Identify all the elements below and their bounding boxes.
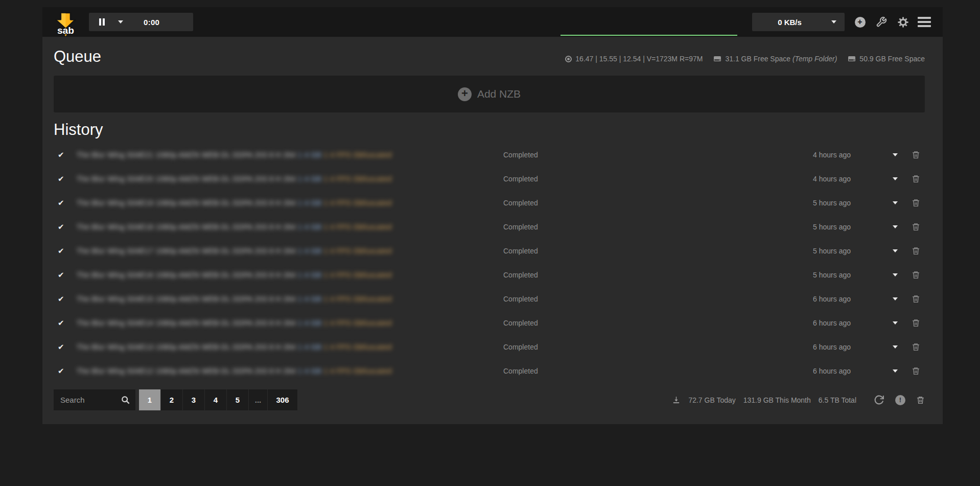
trash-icon — [912, 318, 920, 328]
queue-title: Queue — [54, 48, 101, 66]
sabnzbd-logo-icon[interactable]: sab — [54, 11, 78, 37]
row-actions-dropdown[interactable] — [884, 177, 906, 180]
speed-graph-line — [561, 35, 737, 36]
search-icon[interactable] — [120, 395, 131, 407]
row-actions-dropdown[interactable] — [884, 345, 906, 349]
add-nzb-dropzone[interactable]: + Add NZB — [54, 76, 925, 112]
history-item-name: The Blur Wlng S04E14 1080p AMZN WEB-DL D… — [77, 319, 503, 327]
chevron-down-icon — [118, 20, 123, 24]
history-item-status: Completed — [503, 247, 813, 255]
history-item-name: The Blur Wlng S04E12 1080p AMZN WEB-DL D… — [77, 367, 503, 375]
row-actions-dropdown[interactable] — [884, 201, 906, 204]
page-button-3[interactable]: 3 — [183, 389, 204, 410]
check-icon: ✔ — [54, 150, 77, 159]
trash-icon — [912, 246, 920, 256]
delete-row-button[interactable] — [906, 366, 925, 376]
row-actions-dropdown[interactable] — [884, 297, 906, 300]
history-item-age: 4 hours ago — [813, 151, 884, 159]
check-icon: ✔ — [54, 366, 77, 376]
page-button-1[interactable]: 1 — [139, 389, 160, 410]
hamburger-menu-icon[interactable] — [918, 16, 930, 28]
history-row[interactable]: ✔ The Blur Wlng S04E20 1080p AMZN WEB-DL… — [54, 167, 925, 191]
chevron-down-icon — [893, 249, 898, 252]
trash-icon — [912, 294, 920, 304]
refresh-button[interactable] — [874, 395, 884, 405]
page-button-2[interactable]: 2 — [161, 389, 182, 410]
history-item-name: The Blur Wlng S04E13 1080p AMZN WEB-DL D… — [77, 343, 503, 351]
check-icon: ✔ — [54, 294, 77, 304]
delete-row-button[interactable] — [906, 198, 925, 207]
top-bar: sab 0:00 0 KB/s + — [42, 7, 943, 37]
pause-button[interactable] — [99, 18, 123, 26]
sabnzbd-window: sab 0:00 0 KB/s + — [0, 0, 980, 486]
history-row[interactable]: ✔ The Blur Wlng S04E17 1080p AMZN WEB-DL… — [54, 239, 925, 263]
delete-row-button[interactable] — [906, 174, 925, 183]
history-title: History — [54, 121, 103, 139]
page-button-306[interactable]: 306 — [268, 389, 297, 410]
delete-row-button[interactable] — [906, 150, 925, 159]
history-row[interactable]: ✔ The Blur Wlng S04E19 1080p AMZN WEB-DL… — [54, 191, 925, 215]
download-icon — [672, 396, 681, 404]
history-item-status: Completed — [503, 343, 813, 351]
check-icon: ✔ — [54, 246, 77, 256]
plus-circle-icon: + — [458, 87, 472, 101]
wrench-icon[interactable] — [875, 16, 888, 28]
speed-limit-button[interactable]: 0 KB/s — [752, 13, 845, 31]
history-item-status: Completed — [503, 295, 813, 303]
history-item-status: Completed — [503, 175, 813, 183]
row-actions-dropdown[interactable] — [884, 321, 906, 325]
check-icon: ✔ — [54, 198, 77, 207]
trash-icon — [912, 342, 920, 352]
plus-circle-icon: + — [855, 17, 866, 28]
history-row[interactable]: ✔ The Blur Wlng S04E21 1080p AMZN WEB-DL… — [54, 143, 925, 167]
history-row[interactable]: ✔ The Blur Wlng S04E18 1080p AMZN WEB-DL… — [54, 215, 925, 239]
row-actions-dropdown[interactable] — [884, 249, 906, 252]
delete-row-button[interactable] — [906, 294, 925, 304]
history-item-status: Completed — [503, 199, 813, 207]
check-icon: ✔ — [54, 174, 77, 183]
page-button-4[interactable]: 4 — [205, 389, 226, 410]
row-actions-dropdown[interactable] — [884, 273, 906, 276]
history-info-button[interactable]: ! — [895, 395, 905, 405]
queue-stats: 16.47 | 15.55 | 12.54 | V=1723M R=97M 31… — [565, 55, 925, 63]
speed-value: 0 KB/s — [778, 18, 802, 27]
delete-row-button[interactable] — [906, 342, 925, 352]
history-item-status: Completed — [503, 367, 813, 375]
add-nzb-label: Add NZB — [477, 88, 521, 100]
delete-row-button[interactable] — [906, 270, 925, 280]
chevron-down-icon — [893, 273, 898, 276]
row-actions-dropdown[interactable] — [884, 369, 906, 373]
history-row[interactable]: ✔ The Blur Wlng S04E12 1080p AMZN WEB-DL… — [54, 359, 925, 383]
history-list: ✔ The Blur Wlng S04E21 1080p AMZN WEB-DL… — [54, 143, 925, 383]
history-item-status: Completed — [503, 271, 813, 279]
delete-row-button[interactable] — [906, 222, 925, 232]
hdd-icon — [713, 55, 721, 62]
app-container: sab 0:00 0 KB/s + — [42, 7, 943, 424]
chevron-down-icon — [893, 369, 898, 373]
disk-free-space: 50.9 GB Free Space — [859, 55, 925, 63]
chevron-down-icon — [893, 153, 898, 156]
history-row[interactable]: ✔ The Blur Wlng S04E13 1080p AMZN WEB-DL… — [54, 335, 925, 359]
history-row[interactable]: ✔ The Blur Wlng S04E14 1080p AMZN WEB-DL… — [54, 311, 925, 335]
exclamation-circle-icon: ! — [895, 395, 905, 405]
stat-today: 72.7 GB Today — [688, 396, 735, 404]
gear-icon[interactable] — [897, 16, 909, 28]
chevron-down-icon — [831, 20, 836, 24]
delete-row-button[interactable] — [906, 318, 925, 328]
queue-speed-stats: 16.47 | 15.55 | 12.54 | V=1723M R=97M — [575, 55, 703, 63]
row-actions-dropdown[interactable] — [884, 153, 906, 156]
history-row[interactable]: ✔ The Blur Wlng S04E15 1080p AMZN WEB-DL… — [54, 287, 925, 311]
history-item-age: 6 hours ago — [813, 319, 884, 327]
purge-history-button[interactable] — [916, 396, 925, 405]
delete-row-button[interactable] — [906, 246, 925, 256]
history-item-name: The Blur Wlng S04E20 1080p AMZN WEB-DL D… — [77, 175, 503, 183]
chevron-down-icon — [893, 177, 898, 180]
history-item-status: Completed — [503, 151, 813, 159]
history-item-name: The Blur Wlng S04E16 1080p AMZN WEB-DL D… — [77, 271, 503, 279]
row-actions-dropdown[interactable] — [884, 225, 906, 228]
add-nzb-button[interactable]: + — [854, 16, 866, 28]
history-item-age: 5 hours ago — [813, 199, 884, 207]
page-button-5[interactable]: 5 — [227, 389, 248, 410]
trash-icon — [912, 222, 920, 232]
history-row[interactable]: ✔ The Blur Wlng S04E16 1080p AMZN WEB-DL… — [54, 263, 925, 287]
